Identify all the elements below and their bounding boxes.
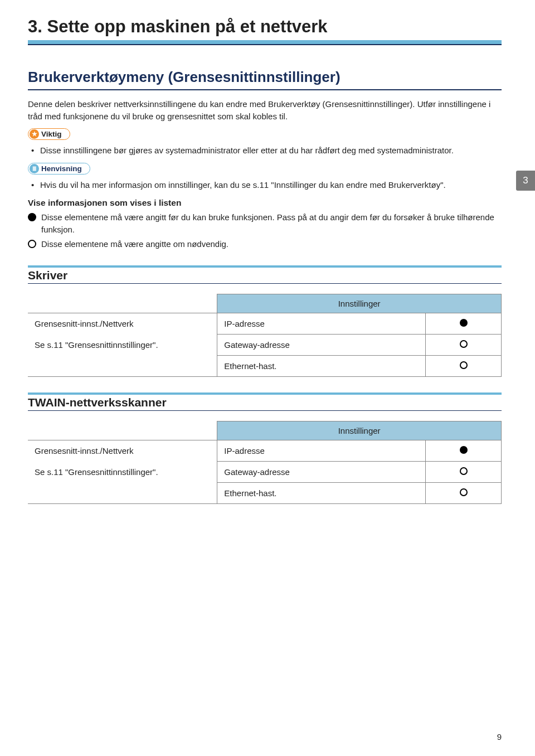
table-row: Se s.11 "Grensesnittinnstillinger". Gate…	[28, 462, 502, 483]
star-icon: ★	[30, 129, 39, 139]
legend-open-text: Disse elementene må være angitte om nødv…	[41, 239, 228, 249]
twain-table: Innstillinger Grensesnitt-innst./Nettver…	[28, 421, 502, 504]
left-cell-1: Grensesnitt-innst./Nettverk	[28, 313, 217, 335]
setting-label: Gateway-adresse	[217, 462, 426, 483]
left-cell-empty	[28, 356, 217, 377]
setting-mark	[426, 313, 502, 335]
open-circle-icon	[460, 467, 468, 475]
note-icon: ≣	[30, 164, 39, 173]
twain-rule	[28, 410, 502, 411]
setting-mark	[426, 483, 502, 504]
setting-label: Ethernet-hast.	[217, 483, 426, 504]
setting-label: Gateway-adresse	[217, 335, 426, 356]
section-rule	[28, 89, 502, 90]
table-row: Ethernet-hast.	[28, 483, 502, 504]
legend-open: Disse elementene må være angitte om nødv…	[28, 238, 502, 250]
setting-mark	[426, 440, 502, 462]
setting-mark	[426, 335, 502, 356]
table-header-row: Innstillinger	[28, 294, 502, 313]
chapter-rule	[28, 40, 502, 45]
legend-filled-text: Disse elementene må være angitt før du k…	[41, 212, 494, 234]
setting-label: Ethernet-hast.	[217, 356, 426, 377]
settings-header: Innstillinger	[217, 421, 502, 440]
legend-filled: Disse elementene må være angitt før du k…	[28, 211, 502, 236]
important-bullet: Disse innstillingene bør gjøres av syste…	[40, 143, 502, 158]
filled-circle-icon	[460, 319, 468, 327]
open-circle-icon	[460, 488, 468, 496]
important-list: Disse innstillingene bør gjøres av syste…	[28, 143, 502, 158]
list-info-heading: Vise informasjonen som vises i listen	[28, 198, 502, 208]
open-circle-icon	[460, 340, 468, 348]
twain-heading: TWAIN-nettverksskanner	[28, 392, 502, 409]
open-circle-icon	[28, 240, 36, 248]
left-cell-empty	[28, 483, 217, 504]
table-row: Grensesnitt-innst./Nettverk IP-adresse	[28, 313, 502, 335]
intro-paragraph: Denne delen beskriver nettverksinnstilli…	[28, 98, 502, 123]
setting-label: IP-adresse	[217, 440, 426, 462]
twain-section: TWAIN-nettverksskanner Innstillinger Gre…	[28, 392, 502, 504]
table-row: Ethernet-hast.	[28, 356, 502, 377]
setting-label: IP-adresse	[217, 313, 426, 335]
reference-bullet: Hvis du vil ha mer informasjon om innsti…	[40, 178, 502, 192]
blank-header	[28, 294, 217, 313]
setting-mark	[426, 462, 502, 483]
reference-list: Hvis du vil ha mer informasjon om innsti…	[28, 178, 502, 192]
settings-header: Innstillinger	[217, 294, 502, 313]
printer-section: Skriver Innstillinger Grensesnitt-innst.…	[28, 265, 502, 377]
left-cell-2: Se s.11 "Grensesnittinnstillinger".	[28, 462, 217, 483]
printer-heading: Skriver	[28, 265, 502, 282]
table-row: Grensesnitt-innst./Nettverk IP-adresse	[28, 440, 502, 462]
open-circle-icon	[460, 361, 468, 369]
filled-circle-icon	[28, 213, 36, 221]
section-title: Brukerverktøymeny (Grensesnittinnstillin…	[28, 69, 502, 86]
chapter-tab: 3	[516, 171, 535, 191]
table-row: Se s.11 "Grensesnittinnstillinger". Gate…	[28, 335, 502, 356]
callout-important: ★ Viktig	[28, 128, 70, 140]
chapter-title: 3. Sette opp maskinen på et nettverk	[28, 17, 502, 37]
left-cell-2: Se s.11 "Grensesnittinnstillinger".	[28, 335, 217, 356]
callout-reference: ≣ Henvisning	[28, 163, 90, 175]
filled-circle-icon	[460, 446, 468, 454]
printer-rule	[28, 283, 502, 284]
table-header-row: Innstillinger	[28, 421, 502, 440]
page-number: 9	[497, 732, 502, 742]
callout-reference-label: Henvisning	[41, 164, 82, 173]
left-cell-1: Grensesnitt-innst./Nettverk	[28, 440, 217, 462]
callout-important-label: Viktig	[41, 130, 62, 138]
printer-table: Innstillinger Grensesnitt-innst./Nettver…	[28, 294, 502, 377]
setting-mark	[426, 356, 502, 377]
blank-header	[28, 421, 217, 440]
